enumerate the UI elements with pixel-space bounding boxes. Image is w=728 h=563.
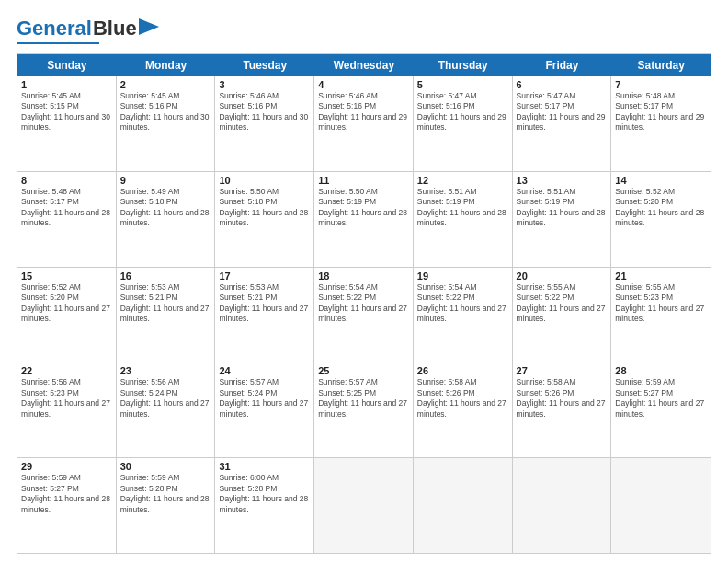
sunrise-info: Sunrise: 5:49 AM [120, 187, 180, 196]
sunset-info: Sunset: 5:17 PM [21, 197, 79, 206]
day-cell-31: 31 Sunrise: 6:00 AM Sunset: 5:28 PM Dayl… [215, 458, 314, 553]
daylight-info: Daylight: 11 hours and 27 minutes. [120, 398, 210, 418]
daylight-info: Daylight: 11 hours and 27 minutes. [219, 398, 308, 418]
daylight-info: Daylight: 11 hours and 27 minutes. [615, 398, 704, 418]
day-number: 22 [21, 365, 112, 376]
daylight-info: Daylight: 11 hours and 27 minutes. [318, 398, 407, 418]
daylight-info: Daylight: 11 hours and 27 minutes. [318, 304, 407, 323]
daylight-info: Daylight: 11 hours and 28 minutes. [219, 494, 308, 513]
daylight-info: Daylight: 11 hours and 28 minutes. [120, 208, 210, 227]
daylight-info: Daylight: 11 hours and 28 minutes. [417, 208, 506, 227]
sunset-info: Sunset: 5:25 PM [318, 388, 376, 397]
day-cell-7: 7 Sunrise: 5:48 AM Sunset: 5:17 PM Dayli… [611, 76, 711, 171]
week-row-2: 8 Sunrise: 5:48 AM Sunset: 5:17 PM Dayli… [17, 172, 711, 268]
sunset-info: Sunset: 5:23 PM [615, 293, 673, 302]
empty-cell [414, 458, 513, 553]
daylight-info: Daylight: 11 hours and 30 minutes. [21, 112, 110, 132]
day-number: 21 [615, 270, 707, 282]
sunrise-info: Sunrise: 6:00 AM [219, 473, 279, 482]
day-number: 7 [615, 79, 707, 90]
sunrise-info: Sunrise: 5:57 AM [219, 377, 279, 386]
daylight-info: Daylight: 11 hours and 29 minutes. [615, 112, 704, 132]
day-number: 3 [219, 79, 310, 90]
day-number: 31 [219, 461, 310, 472]
header: General Blue [17, 17, 711, 44]
daylight-info: Daylight: 11 hours and 28 minutes. [120, 494, 210, 513]
sunrise-info: Sunrise: 5:55 AM [517, 282, 576, 292]
logo-arrow-icon [139, 18, 159, 35]
sunrise-info: Sunrise: 5:52 AM [21, 282, 81, 292]
daylight-info: Daylight: 11 hours and 28 minutes. [318, 208, 407, 227]
week-row-3: 15 Sunrise: 5:52 AM Sunset: 5:20 PM Dayl… [17, 268, 711, 363]
logo-blue: Blue [93, 17, 137, 40]
empty-cell [611, 458, 711, 553]
day-cell-10: 10 Sunrise: 5:50 AM Sunset: 5:18 PM Dayl… [215, 172, 314, 267]
day-cell-19: 19 Sunrise: 5:54 AM Sunset: 5:22 PM Dayl… [414, 268, 513, 362]
day-cell-26: 26 Sunrise: 5:58 AM Sunset: 5:26 PM Dayl… [414, 362, 513, 457]
daylight-info: Daylight: 11 hours and 28 minutes. [517, 208, 606, 227]
sunset-info: Sunset: 5:18 PM [120, 197, 178, 206]
sunset-info: Sunset: 5:23 PM [21, 388, 79, 397]
sunset-info: Sunset: 5:24 PM [120, 388, 178, 397]
daylight-info: Daylight: 11 hours and 30 minutes. [219, 112, 308, 132]
daylight-info: Daylight: 11 hours and 27 minutes. [417, 398, 506, 418]
day-cell-14: 14 Sunrise: 5:52 AM Sunset: 5:20 PM Dayl… [611, 172, 711, 267]
day-number: 17 [219, 270, 310, 282]
day-cell-18: 18 Sunrise: 5:54 AM Sunset: 5:22 PM Dayl… [314, 268, 414, 362]
sunset-info: Sunset: 5:16 PM [219, 101, 277, 110]
day-cell-23: 23 Sunrise: 5:56 AM Sunset: 5:24 PM Dayl… [117, 362, 216, 457]
sunset-info: Sunset: 5:24 PM [219, 388, 277, 397]
sunrise-info: Sunrise: 5:57 AM [318, 377, 378, 386]
daylight-info: Daylight: 11 hours and 28 minutes. [615, 208, 704, 227]
daylight-info: Daylight: 11 hours and 29 minutes. [417, 112, 506, 132]
sunrise-info: Sunrise: 5:58 AM [417, 377, 477, 386]
day-number: 26 [417, 365, 508, 376]
sunrise-info: Sunrise: 5:58 AM [517, 377, 576, 386]
sunset-info: Sunset: 5:18 PM [219, 197, 277, 206]
day-number: 27 [517, 365, 608, 376]
day-number: 6 [517, 79, 608, 90]
day-number: 25 [318, 365, 409, 376]
daylight-info: Daylight: 11 hours and 27 minutes. [21, 304, 110, 323]
calendar: SundayMondayTuesdayWednesdayThursdayFrid… [17, 53, 711, 554]
day-cell-9: 9 Sunrise: 5:49 AM Sunset: 5:18 PM Dayli… [117, 172, 216, 267]
sunrise-info: Sunrise: 5:50 AM [219, 187, 279, 196]
day-number: 8 [21, 175, 112, 186]
day-number: 13 [517, 175, 608, 186]
svg-marker-0 [139, 18, 159, 35]
day-cell-2: 2 Sunrise: 5:45 AM Sunset: 5:16 PM Dayli… [117, 76, 216, 171]
sunrise-info: Sunrise: 5:59 AM [615, 377, 675, 386]
day-cell-29: 29 Sunrise: 5:59 AM Sunset: 5:27 PM Dayl… [17, 458, 117, 553]
day-cell-25: 25 Sunrise: 5:57 AM Sunset: 5:25 PM Dayl… [314, 362, 414, 457]
day-number: 2 [120, 79, 211, 90]
day-cell-15: 15 Sunrise: 5:52 AM Sunset: 5:20 PM Dayl… [17, 268, 117, 362]
daylight-info: Daylight: 11 hours and 28 minutes. [219, 208, 308, 227]
daylight-info: Daylight: 11 hours and 27 minutes. [21, 398, 110, 418]
sunset-info: Sunset: 5:20 PM [615, 197, 673, 206]
sunset-info: Sunset: 5:22 PM [417, 293, 475, 302]
day-cell-4: 4 Sunrise: 5:46 AM Sunset: 5:16 PM Dayli… [314, 76, 414, 171]
sunrise-info: Sunrise: 5:48 AM [615, 91, 675, 100]
sunrise-info: Sunrise: 5:56 AM [21, 377, 81, 386]
day-cell-24: 24 Sunrise: 5:57 AM Sunset: 5:24 PM Dayl… [215, 362, 314, 457]
week-row-1: 1 Sunrise: 5:45 AM Sunset: 5:15 PM Dayli… [17, 76, 711, 172]
sunset-info: Sunset: 5:20 PM [21, 293, 79, 302]
day-cell-22: 22 Sunrise: 5:56 AM Sunset: 5:23 PM Dayl… [17, 362, 117, 457]
sunset-info: Sunset: 5:21 PM [120, 293, 178, 302]
calendar-header: SundayMondayTuesdayWednesdayThursdayFrid… [17, 54, 711, 76]
daylight-info: Daylight: 11 hours and 27 minutes. [120, 304, 210, 323]
sunrise-info: Sunrise: 5:53 AM [219, 282, 279, 292]
sunrise-info: Sunrise: 5:51 AM [517, 187, 576, 196]
day-cell-8: 8 Sunrise: 5:48 AM Sunset: 5:17 PM Dayli… [17, 172, 117, 267]
daylight-info: Daylight: 11 hours and 27 minutes. [219, 304, 308, 323]
day-number: 20 [517, 270, 608, 282]
header-day-wednesday: Wednesday [314, 54, 414, 76]
day-cell-6: 6 Sunrise: 5:47 AM Sunset: 5:17 PM Dayli… [513, 76, 612, 171]
sunset-info: Sunset: 5:26 PM [417, 388, 475, 397]
day-cell-11: 11 Sunrise: 5:50 AM Sunset: 5:19 PM Dayl… [314, 172, 414, 267]
sunset-info: Sunset: 5:22 PM [517, 293, 574, 302]
daylight-info: Daylight: 11 hours and 27 minutes. [417, 304, 506, 323]
sunrise-info: Sunrise: 5:47 AM [417, 91, 477, 100]
header-day-tuesday: Tuesday [215, 54, 314, 76]
day-number: 29 [21, 461, 112, 472]
